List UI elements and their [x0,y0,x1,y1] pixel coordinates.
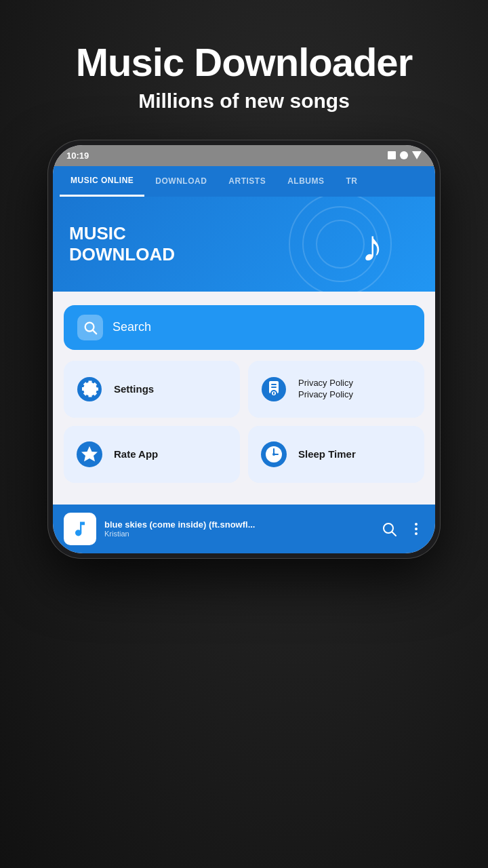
rate-app-button[interactable]: Rate App [64,426,240,483]
privacy-icon [259,374,289,404]
player-search-icon[interactable] [381,521,397,537]
player-music-icon [70,519,89,538]
bottom-player: blue skies (come inside) (ft.snowfl... K… [53,505,435,553]
svg-point-24 [415,528,418,530]
privacy-policy-button[interactable]: Privacy PolicyPrivacy Policy [248,361,424,418]
search-icon-bg [77,315,103,340]
settings-label: Settings [114,383,154,395]
grid-row-1: Settings [64,361,424,418]
svg-point-25 [415,532,418,535]
phone-screen: 10:19 MUSIC ONLINE DOWNLOAD ARTISTS [53,145,435,553]
tab-artists[interactable]: ARTISTS [218,167,277,195]
app-header: MUSIC DOWNLOAD ♪ [53,197,435,292]
tab-albums[interactable]: ALBUMS [277,167,335,195]
player-info: blue skies (come inside) (ft.snowfl... K… [104,519,373,538]
status-triangle-icon [412,151,422,159]
status-bar: 10:19 [53,145,435,166]
search-placeholder: Search [113,320,151,334]
status-time: 10:19 [66,151,89,161]
rate-app-label: Rate App [114,448,158,460]
clock-icon [259,439,289,469]
svg-point-20 [272,453,275,456]
tab-bar: MUSIC ONLINE DOWNLOAD ARTISTS ALBUMS TR [53,166,435,197]
grid-row-2: Rate App Slee [64,426,424,483]
player-controls [381,521,424,537]
search-bar[interactable]: Search [64,305,424,350]
player-artist: Kristian [104,530,373,538]
tab-music-online[interactable]: MUSIC ONLINE [60,166,144,197]
hero-title: Music Downloader [0,41,488,84]
hero-subtitle: Millions of new songs [0,90,488,113]
settings-button[interactable]: Settings [64,361,240,418]
svg-line-5 [93,330,96,334]
player-more-icon[interactable] [408,521,424,537]
phone-mockup: 10:19 MUSIC ONLINE DOWNLOAD ARTISTS [0,140,488,559]
status-icons [388,151,422,159]
sleep-timer-button[interactable]: Sleep Timer [248,426,424,483]
svg-line-22 [392,532,396,536]
status-square-icon [388,151,396,159]
star-icon [75,439,104,469]
player-thumbnail [64,513,96,545]
sleep-timer-label: Sleep Timer [298,448,356,460]
gear-icon [75,374,104,404]
tab-download[interactable]: DOWNLOAD [144,167,218,195]
svg-rect-10 [271,387,277,388]
svg-rect-13 [273,392,274,395]
music-note-icon: ♪ [358,217,419,271]
status-circle-icon [400,151,408,159]
svg-point-23 [415,523,418,526]
svg-point-2 [317,220,364,268]
content-area: Search Settings [53,292,435,505]
svg-rect-9 [271,384,277,385]
tab-tr[interactable]: TR [336,167,369,195]
privacy-policy-label: Privacy PolicyPrivacy Policy [298,378,353,401]
search-icon [83,320,98,335]
app-header-title: MUSIC DOWNLOAD [69,223,175,265]
phone-frame: 10:19 MUSIC ONLINE DOWNLOAD ARTISTS [47,140,441,559]
svg-text:♪: ♪ [361,221,384,271]
player-song-title: blue skies (come inside) (ft.snowfl... [104,519,373,530]
